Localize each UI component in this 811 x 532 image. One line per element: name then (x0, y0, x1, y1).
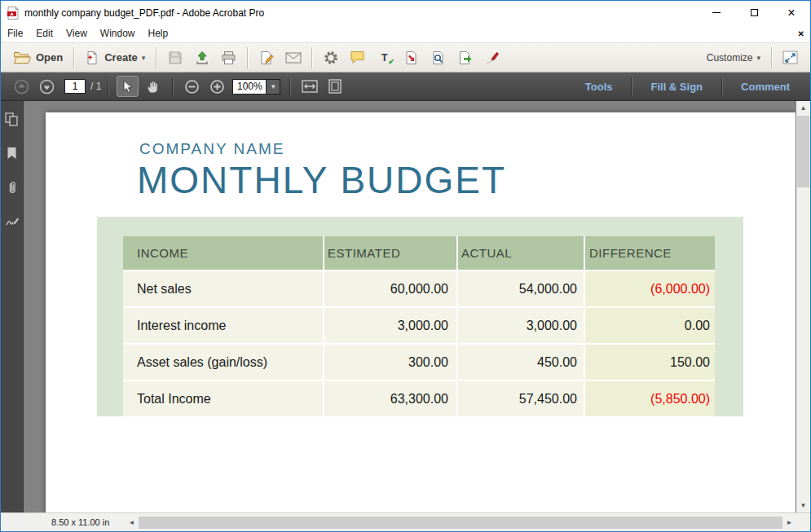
sign-pen-icon (485, 51, 500, 65)
edit-pdf-button[interactable] (255, 46, 277, 68)
fit-width-button[interactable] (298, 76, 320, 97)
hand-tool-icon (147, 80, 160, 94)
upload-button[interactable] (191, 46, 213, 68)
scroll-left-icon[interactable]: ◄ (125, 516, 139, 530)
attach-doc-icon (404, 51, 418, 65)
difference-cell: 150.00 (585, 345, 715, 380)
select-cursor-icon (122, 80, 134, 94)
minimize-button[interactable] (698, 1, 735, 24)
statusbar: 8.50 x 11.00 in ◄ ► (1, 512, 810, 531)
email-icon (285, 52, 302, 64)
open-folder-icon (13, 51, 31, 64)
header-cell-estimated: ESTIMATED (324, 236, 456, 270)
add-text-button[interactable]: T✔ (373, 46, 395, 68)
scroll-right-icon[interactable]: ► (782, 516, 796, 530)
main-area: COMPANY NAME MONTHLY BUDGET INCOME ESTIM… (1, 101, 810, 512)
zoom-out-button[interactable] (181, 76, 203, 97)
previous-page-button[interactable] (11, 76, 33, 97)
zoom-level-combo[interactable]: 100% ▾ (232, 79, 280, 95)
next-page-icon (39, 79, 55, 95)
fit-page-button[interactable] (324, 76, 346, 97)
hand-tool-button[interactable] (142, 76, 164, 97)
horizontal-scrollbar-thumb[interactable] (139, 517, 782, 529)
difference-cell: (6,000.00) (585, 271, 715, 306)
navigation-pane-sidebar (1, 101, 24, 512)
customize-button[interactable]: Customize ▾ (703, 46, 765, 68)
close-button[interactable]: × (773, 1, 810, 24)
menu-view[interactable]: View (60, 24, 94, 42)
pdf-page: COMPANY NAME MONTHLY BUDGET INCOME ESTIM… (46, 112, 796, 512)
actual-cell: 57,450.00 (458, 381, 584, 416)
settings-button[interactable] (320, 46, 342, 68)
zoom-caret-icon[interactable]: ▾ (267, 79, 280, 95)
scroll-up-icon[interactable]: ▲ (796, 101, 810, 115)
expand-toolbar-button[interactable] (779, 46, 801, 68)
sign-button[interactable] (481, 46, 503, 68)
actual-cell: 3,000.00 (458, 308, 584, 343)
search-doc-button[interactable] (427, 46, 449, 68)
tools-panel-button[interactable]: Tools (573, 73, 625, 100)
typewriter-icon: T✔ (381, 51, 388, 64)
horizontal-scrollbar[interactable]: ◄ ► (125, 516, 796, 530)
header-cell-actual: ACTUAL (458, 236, 584, 270)
scroll-down-icon[interactable]: ▼ (796, 499, 810, 512)
document-canvas[interactable]: COMPANY NAME MONTHLY BUDGET INCOME ESTIM… (24, 101, 796, 512)
upload-icon (195, 51, 209, 65)
page-size-label: 8.50 x 11.00 in (1, 517, 125, 527)
acrobat-app-icon (7, 7, 20, 20)
maximize-button[interactable] (735, 1, 773, 24)
quick-tools-toolbar: Open Create ▾ (1, 42, 810, 73)
zoom-level-value[interactable]: 100% (232, 79, 267, 95)
toolbar-separator (289, 77, 290, 96)
bookmark-icon (7, 147, 17, 160)
vertical-scrollbar-thumb[interactable] (797, 116, 809, 187)
header-cell-income: INCOME (123, 236, 323, 270)
menubar-close-icon[interactable]: ✕ (798, 24, 804, 42)
estimated-cell: 63,300.00 (324, 381, 456, 416)
bookmarks-button[interactable] (2, 143, 22, 163)
next-page-button[interactable] (36, 76, 58, 97)
company-name-text: COMPANY NAME (139, 140, 285, 158)
toolbar-separator (108, 77, 108, 96)
print-button[interactable] (218, 46, 240, 68)
create-button[interactable]: Create ▾ (81, 46, 149, 68)
menu-window[interactable]: Window (94, 24, 142, 42)
attach-file-button[interactable] (400, 46, 422, 68)
menubar: File Edit View Window Help ✕ (1, 24, 810, 42)
gear-icon (324, 51, 338, 65)
zoom-in-button[interactable] (206, 76, 228, 97)
zoom-in-icon (209, 79, 225, 95)
row-label-cell: Interest income (123, 308, 323, 343)
signatures-button[interactable] (2, 212, 22, 231)
attachments-button[interactable] (2, 178, 22, 197)
menu-edit[interactable]: Edit (29, 24, 60, 42)
customize-caret-icon: ▾ (756, 54, 760, 62)
comment-bubble-icon (350, 51, 365, 64)
signature-icon (5, 216, 20, 227)
menu-help[interactable]: Help (142, 24, 175, 42)
open-label: Open (36, 51, 63, 64)
comment-panel-button[interactable]: Comment (729, 73, 802, 100)
fill-sign-panel-button[interactable]: Fill & Sign (638, 73, 715, 100)
acrobat-window: monthly company budget_PDF.pdf - Adobe A… (0, 0, 811, 532)
select-tool-button[interactable] (117, 76, 139, 97)
fit-page-icon (328, 79, 342, 94)
comment-tool-button[interactable] (346, 46, 368, 68)
actual-cell: 54,000.00 (458, 271, 584, 306)
search-doc-icon (431, 51, 445, 65)
menu-file[interactable]: File (1, 24, 29, 42)
window-title: monthly company budget_PDF.pdf - Adobe A… (24, 7, 698, 19)
edit-pen-icon (259, 51, 274, 65)
page-thumbnails-button[interactable] (2, 109, 22, 129)
row-label-cell: Net sales (123, 271, 323, 306)
navigation-toolbar: / 1 100% ▾ (1, 73, 810, 101)
vertical-scrollbar[interactable]: ▲ ▼ (796, 101, 810, 512)
difference-cell: (5,850.00) (585, 381, 715, 416)
open-button[interactable]: Open (9, 46, 67, 68)
export-pdf-button[interactable] (454, 46, 476, 68)
page-number-input[interactable] (64, 79, 86, 94)
email-button[interactable] (282, 46, 304, 68)
fit-width-icon (302, 80, 318, 93)
zoom-out-icon (184, 79, 200, 95)
save-button[interactable] (164, 46, 186, 68)
